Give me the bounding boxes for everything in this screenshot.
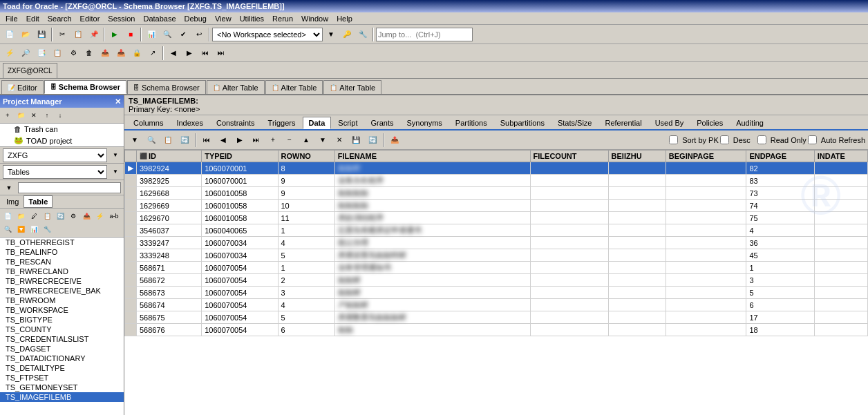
tab-alter-table-2[interactable]: 📋 Alter Table [265,80,323,94]
cell-beginpage-1[interactable] [666,175,746,187]
tb2-btn10[interactable]: ↗ [145,46,160,61]
tb2-btn3[interactable]: 📑 [34,46,49,61]
obj-item-9[interactable]: TS_COUNTY [0,325,124,334]
col-header-rowno[interactable]: ROWNO [278,151,334,162]
data-prev-btn[interactable]: ◀ [216,133,231,148]
menu-help[interactable]: Help [332,14,357,23]
obj-item-8[interactable]: TS_BIGTYPE [0,315,124,325]
menu-window[interactable]: Window [297,14,332,23]
cell-beginpage-13[interactable] [666,324,746,336]
cell-filecount-0[interactable] [530,162,608,175]
ws-btn2[interactable]: 🔑 [339,27,355,42]
cell-beiizhu-11[interactable] [608,299,666,311]
cell-filecount-5[interactable] [530,224,608,237]
tb2-btn5[interactable]: ⚙ [66,46,81,61]
left-tb-btn1[interactable]: 📄 [1,210,14,222]
tb2-btn2[interactable]: 🔎 [18,46,33,61]
cell-beginpage-6[interactable] [666,237,746,249]
menu-database[interactable]: Database [139,14,180,23]
rollback-btn[interactable]: ↩ [191,27,207,42]
cell-indate-5[interactable] [814,224,867,237]
cell-filename-10[interactable]: 如如材 [334,287,530,299]
ws-btn1[interactable]: ▼ [323,27,339,42]
cell-typeid-4[interactable]: 1060010058 [202,212,278,224]
filter-btn[interactable]: ▼ [3,182,15,194]
tab-editor[interactable]: 📝 Editor [1,80,44,94]
col-header-typeid[interactable]: TYPEID [202,151,278,162]
obj-item-11[interactable]: TS_DAGSET [0,344,124,354]
tab-alter-table-1[interactable]: 📋 Alter Table [207,80,265,94]
cell-filename-2[interactable]: 如如如如 [334,187,530,200]
cell-filecount-12[interactable] [530,311,608,324]
save-btn[interactable]: 💾 [34,27,49,42]
cell-typeid-5[interactable]: 1060040065 [202,224,278,237]
cell-id-13[interactable]: 568676 [137,324,202,336]
readonly-checkbox[interactable] [757,135,766,144]
cell-filename-9[interactable]: 如如材 [334,274,530,287]
cell-beiizhu-3[interactable] [608,200,666,212]
data-first-btn[interactable]: ⏮ [199,133,214,148]
col-header-filecount[interactable]: FILECOUNT [530,151,608,162]
cell-beginpage-5[interactable] [666,224,746,237]
obj-item-12[interactable]: TS_DATADICTIONARY [0,354,124,363]
tb2-btn8[interactable]: 📥 [113,46,129,61]
obj-item-0[interactable]: TB_OTHERREGIST [0,238,124,247]
cell-endpage-13[interactable]: 18 [746,324,814,336]
sb-tab-triggers[interactable]: Triggers [262,117,302,129]
sb-tab-script[interactable]: Script [332,117,364,129]
tree-item-trash[interactable]: 🗑 Trash can [0,124,124,135]
cell-id-7[interactable]: 3339248 [137,249,202,262]
left-tb-btn2[interactable]: 📁 [15,210,27,222]
cell-endpage-4[interactable]: 75 [746,212,814,224]
left-tb-btn5[interactable]: 🔄 [54,210,66,222]
cell-id-11[interactable]: 568674 [137,299,202,311]
left-tb-btn9[interactable]: a-b [106,210,122,222]
cell-rowno-8[interactable]: 1 [278,262,334,274]
data-btn4[interactable]: 🔄 [177,133,192,148]
sb-tab-grants[interactable]: Grants [364,117,399,129]
data-export-btn[interactable]: 📤 [387,133,402,148]
cell-id-5[interactable]: 3546037 [137,224,202,237]
cell-beiizhu-0[interactable] [608,162,666,175]
cell-id-8[interactable]: 568671 [137,262,202,274]
pm-folder-btn[interactable]: 📁 [15,109,27,122]
sb-tab-constraints[interactable]: Constraints [210,117,261,129]
cell-endpage-6[interactable]: 36 [746,237,814,249]
ws-btn3[interactable]: 🔧 [355,27,370,42]
cell-filecount-11[interactable] [530,299,608,311]
menu-search[interactable]: Search [44,14,76,23]
tab-zxfg[interactable]: ZXFG@ORCL [3,63,57,78]
data-btn2[interactable]: 🔍 [144,133,159,148]
left-tb-btn6[interactable]: ⚙ [67,210,79,222]
new-btn[interactable]: 📄 [2,27,17,42]
tb2-btn12[interactable]: ▶ [182,46,197,61]
cell-typeid-11[interactable]: 1060070054 [202,299,278,311]
cell-id-2[interactable]: 1629668 [137,187,202,200]
cell-filename-7[interactable]: 房屋设置岛如如特材 [334,249,530,262]
cell-beginpage-7[interactable] [666,249,746,262]
cell-rowno-11[interactable]: 4 [278,299,334,311]
jump-input[interactable] [376,28,473,41]
cell-indate-11[interactable] [814,299,867,311]
tb2-btn14[interactable]: ⏭ [214,46,229,61]
cell-beiizhu-12[interactable] [608,311,666,324]
cell-filecount-1[interactable] [530,175,608,187]
commit-btn[interactable]: ✔ [176,27,191,42]
cell-beginpage-8[interactable] [666,262,746,274]
cell-endpage-5[interactable]: 4 [746,224,814,237]
tb2-btn7[interactable]: 📤 [97,46,113,61]
cell-filecount-6[interactable] [530,237,608,249]
cell-filecount-4[interactable] [530,212,608,224]
cell-id-1[interactable]: 3982925 [137,175,202,187]
menu-utilities[interactable]: Utilities [236,14,268,23]
cell-beiizhu-4[interactable] [608,212,666,224]
cell-beginpage-10[interactable] [666,287,746,299]
schema-btn[interactable]: 🔍 [160,27,175,42]
cell-rowno-5[interactable]: 1 [278,224,334,237]
filter-input[interactable] [18,182,121,193]
cell-typeid-3[interactable]: 1060010058 [202,200,278,212]
cell-beiizhu-1[interactable] [608,175,666,187]
cell-indate-0[interactable] [814,162,867,175]
schema-combo[interactable]: ZXFG [3,148,107,162]
obj-item-4[interactable]: TB_RWRECRECEIVE [0,276,124,286]
